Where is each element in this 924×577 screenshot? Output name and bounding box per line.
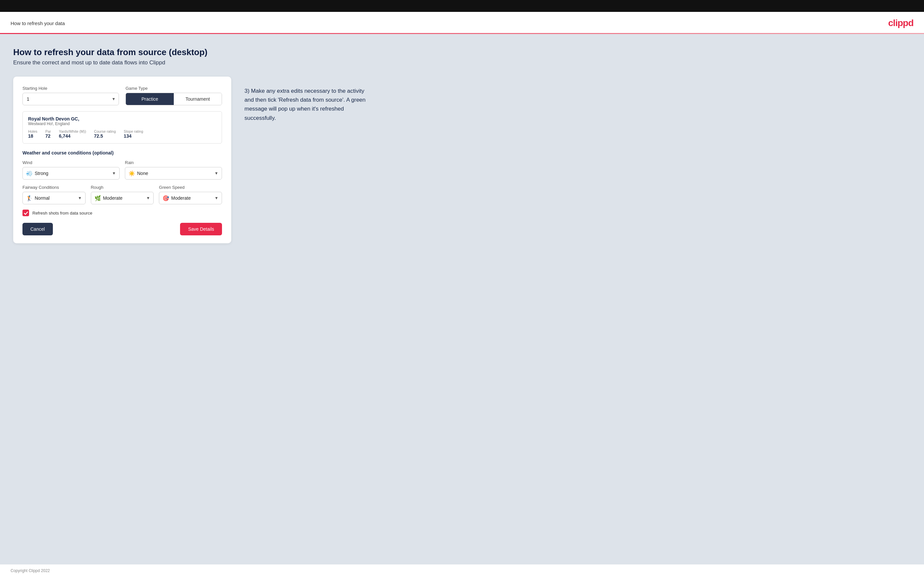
game-type-col: Game Type Practice Tournament [126, 86, 222, 105]
par-label: Par [45, 129, 51, 133]
starting-hole-col: Starting Hole 1 10 ▼ [23, 86, 119, 105]
course-name: Royal North Devon GC, [28, 116, 216, 121]
page-subtitle: Ensure the correct and most up to date d… [13, 60, 911, 66]
holes-value: 18 [28, 133, 37, 139]
green-speed-select[interactable]: Moderate Slow Fast [171, 192, 218, 204]
fairway-rough-green-row: Fairway Conditions 🏌️ Normal Soft Hard ▼ [23, 185, 222, 204]
cancel-button[interactable]: Cancel [23, 223, 53, 235]
course-info-box: Royal North Devon GC, Westward Ho!, Engl… [23, 111, 222, 143]
starting-hole-select[interactable]: 1 10 [23, 93, 119, 105]
game-type-buttons: Practice Tournament [126, 93, 222, 105]
page-title: How to refresh your data from source (de… [13, 47, 911, 58]
course-location: Westward Ho!, England [28, 121, 216, 126]
fairway-col: Fairway Conditions 🏌️ Normal Soft Hard ▼ [23, 185, 86, 204]
rain-select[interactable]: None Light Heavy [137, 168, 218, 179]
save-button[interactable]: Save Details [180, 223, 222, 235]
two-col-layout: Starting Hole 1 10 ▼ Game Type Practi [13, 77, 911, 243]
practice-button[interactable]: Practice [126, 93, 174, 105]
wind-select[interactable]: Strong Light Moderate None [35, 168, 116, 179]
copyright: Copyright Clippd 2022 [11, 569, 50, 573]
fairway-icon: 🏌️ [26, 195, 33, 201]
course-rating-label: Course rating [94, 129, 116, 133]
green-speed-select-wrapper: 🎯 Moderate Slow Fast ▼ [159, 192, 222, 204]
green-speed-col: Green Speed 🎯 Moderate Slow Fast ▼ [159, 185, 222, 204]
starting-hole-label: Starting Hole [23, 86, 119, 91]
green-speed-label: Green Speed [159, 185, 222, 190]
green-speed-icon: 🎯 [163, 195, 169, 201]
fairway-select[interactable]: Normal Soft Hard [35, 192, 82, 204]
refresh-checkbox-row: Refresh shots from data source [23, 210, 222, 216]
stat-slope-rating: Slope rating 134 [124, 129, 144, 139]
refresh-checkbox-label: Refresh shots from data source [32, 211, 92, 216]
slope-rating-label: Slope rating [124, 129, 144, 133]
wind-select-wrapper: 💨 Strong Light Moderate None ▼ [23, 167, 120, 180]
wind-rain-row: Wind 💨 Strong Light Moderate None ▼ [23, 160, 222, 180]
yards-label: Yards/White (M)) [59, 129, 86, 133]
rough-select[interactable]: Moderate Light Heavy [103, 192, 150, 204]
yards-value: 6,744 [59, 133, 86, 139]
tournament-button[interactable]: Tournament [174, 93, 222, 105]
par-value: 72 [45, 133, 51, 139]
logo: clippd [888, 18, 913, 28]
fairway-select-wrapper: 🏌️ Normal Soft Hard ▼ [23, 192, 86, 204]
stat-par: Par 72 [45, 129, 51, 139]
rough-icon: 🌿 [94, 195, 101, 201]
form-buttons: Cancel Save Details [23, 223, 222, 235]
starting-hole-select-wrapper: 1 10 ▼ [23, 93, 119, 105]
wind-icon: 💨 [26, 170, 33, 177]
conditions-title: Weather and course conditions (optional) [23, 150, 222, 155]
fairway-label: Fairway Conditions [23, 185, 86, 190]
rain-label: Rain [125, 160, 222, 165]
stat-course-rating: Course rating 72.5 [94, 129, 116, 139]
rain-select-wrapper: ☀️ None Light Heavy ▼ [125, 167, 222, 180]
content-area: How to refresh your data from source (de… [0, 34, 924, 564]
rough-select-wrapper: 🌿 Moderate Light Heavy ▼ [91, 192, 154, 204]
holes-label: Holes [28, 129, 37, 133]
stat-yards: Yards/White (M)) 6,744 [59, 129, 86, 139]
starting-game-row: Starting Hole 1 10 ▼ Game Type Practi [23, 86, 222, 105]
wind-label: Wind [23, 160, 120, 165]
rain-col: Rain ☀️ None Light Heavy ▼ [125, 160, 222, 180]
wind-col: Wind 💨 Strong Light Moderate None ▼ [23, 160, 120, 180]
slope-rating-value: 134 [124, 133, 144, 139]
course-stats: Holes 18 Par 72 Yards/White (M)) 6,744 [28, 129, 216, 139]
refresh-checkbox[interactable] [23, 210, 29, 216]
course-rating-value: 72.5 [94, 133, 116, 139]
stat-holes: Holes 18 [28, 129, 37, 139]
rough-col: Rough 🌿 Moderate Light Heavy ▼ [91, 185, 154, 204]
step-description: 3) Make any extra edits necessary to the… [244, 77, 370, 122]
breadcrumb: How to refresh your data [11, 21, 65, 26]
footer: Copyright Clippd 2022 [0, 564, 924, 577]
rough-label: Rough [91, 185, 154, 190]
game-type-label: Game Type [126, 86, 222, 91]
form-card: Starting Hole 1 10 ▼ Game Type Practi [13, 77, 231, 243]
rain-icon: ☀️ [129, 170, 135, 177]
